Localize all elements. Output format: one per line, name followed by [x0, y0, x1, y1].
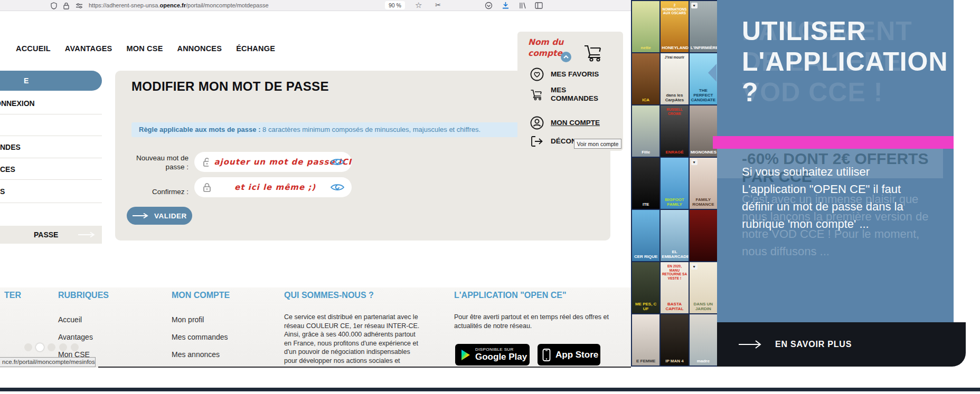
pocket-icon[interactable]: [485, 2, 493, 9]
poster-tile[interactable]: ITE: [632, 158, 659, 209]
sidebar-active-label: E: [24, 71, 29, 91]
poster-tile[interactable]: ME PES, C UF: [632, 262, 659, 313]
footer-heading-rubriques: RUBRIQUES: [58, 291, 109, 300]
sidebar-icon[interactable]: [535, 2, 543, 9]
account-name-annotation: Nom du compte: [528, 37, 565, 59]
poster-tile[interactable]: J'irai mourirdans les CarpAtes: [661, 53, 688, 104]
poster-tile[interactable]: IP MAN 4: [661, 314, 688, 366]
zoom-level-badge[interactable]: 90 %: [385, 1, 405, 9]
valider-label: VALIDER: [154, 212, 187, 220]
footer-link-mon-profil[interactable]: Mon profil: [172, 311, 232, 329]
annotation-confirm-password: et ici le même ;): [234, 182, 316, 192]
nav-item-mon-cse[interactable]: MON CSE: [126, 44, 163, 53]
library-icon[interactable]: [519, 2, 526, 9]
permissions-icon[interactable]: [76, 3, 83, 9]
poster-title: ENRAGÉ: [661, 150, 688, 155]
poster-tile[interactable]: nette: [632, 1, 659, 52]
poster-title: L'INFIRMIÈRE: [690, 45, 717, 50]
footer-app-text: Pour être averti partout et en temps rée…: [454, 313, 612, 330]
new-password-input[interactable]: ajouter un mot de passe ICI: [194, 152, 352, 172]
sidebar-item-commandes[interactable]: NDES: [0, 143, 21, 151]
nav-item-avantages[interactable]: AVANTAGES: [65, 44, 112, 53]
poster-title: madre: [690, 359, 717, 363]
cart-icon[interactable]: [583, 43, 604, 62]
poster-title: E FEMME: [632, 359, 659, 363]
footer-link-accueil[interactable]: Accueil: [58, 311, 93, 329]
page-title: MODIFIER MON MOT DE PASSE: [131, 79, 329, 94]
poster-tile[interactable]: EL EMBARCADERO: [661, 210, 688, 261]
poster-tile[interactable]: E FEMME: [632, 314, 659, 366]
carousel-prev-arrow-icon[interactable]: [708, 64, 717, 82]
poster-top-text: 2 NOMINATIONS AUX OSCARS: [661, 3, 688, 15]
sidebar-item-infos[interactable]: S: [0, 187, 5, 196]
poster-tile[interactable]: ♥DANS UN JARDIN: [690, 262, 717, 313]
poster-tile[interactable]: Fille: [632, 105, 659, 157]
footer-link-mes-commandes[interactable]: Mes commandes: [172, 329, 232, 346]
poster-tile[interactable]: 2 NOMINATIONS AUX OSCARSHONEYLAND: [661, 1, 688, 52]
nav-item-accueil[interactable]: ACCUEIL: [16, 44, 51, 53]
favorite-heart-icon: ♥: [691, 264, 698, 270]
badge-big-text: App Store: [555, 350, 598, 360]
valider-button[interactable]: VALIDER: [127, 207, 192, 225]
google-play-icon: [460, 349, 471, 361]
account-panel: Nom du compte MES FAVORIS MES COMMANDES …: [517, 32, 623, 151]
en-savoir-plus-button[interactable]: EN SAVOIR PLUS: [717, 322, 966, 367]
sidebar-item-annonces[interactable]: CES: [0, 165, 15, 174]
poster-title: CER RIQUE: [632, 254, 659, 259]
poster-tile[interactable]: [690, 210, 717, 261]
sidebar-item-connexion[interactable]: ONNEXION: [0, 99, 35, 108]
menu-label: MES COMMANDES: [551, 86, 601, 103]
poster-title: FAMILY ROMANCE: [690, 197, 717, 207]
divider: [0, 158, 102, 158]
url-prefix: https://adherent-snep-unsa.: [89, 2, 160, 8]
google-play-badge[interactable]: DISPONIBLE SURGoogle Play: [455, 344, 530, 366]
promo-body-text: Si vous souhaitez utiliser L'application…: [742, 163, 903, 233]
show-password-eye-icon[interactable]: [331, 158, 344, 166]
shield-icon[interactable]: [50, 2, 58, 9]
chevron-up-icon[interactable]: [561, 52, 571, 62]
footer-heading-mon-compte: MON COMPTE: [172, 291, 230, 300]
arrow-right-icon: [78, 232, 96, 238]
poster-tile[interactable]: ICA: [632, 53, 659, 104]
carousel-dot[interactable]: [48, 343, 55, 351]
menu-item-commandes[interactable]: MES COMMANDES: [530, 86, 601, 103]
menu-item-favoris[interactable]: MES FAVORIS: [530, 68, 601, 81]
show-password-eye-icon[interactable]: [331, 183, 344, 191]
url-bar[interactable]: https://adherent-snep-unsa.opence.fr/por…: [89, 0, 269, 11]
poster-title: ICA: [632, 98, 659, 102]
poster-tile[interactable]: RUSSELL CROWEENRAGÉ: [661, 105, 688, 157]
heart-circle-icon: [530, 68, 544, 81]
promo-headline: UTILISER L'APPLICATION ?: [742, 16, 948, 108]
poster-tile[interactable]: ♥FAMILY ROMANCE: [690, 158, 717, 209]
poster-grid: nette2 NOMINATIONS AUX OSCARSHONEYLAND♥L…: [631, 0, 718, 367]
sidebar-active-tab[interactable]: E: [0, 71, 102, 91]
browser-toolbar: https://adherent-snep-unsa.opence.fr/por…: [0, 0, 631, 11]
footer-link-avantages[interactable]: Avantages: [58, 329, 93, 346]
tooltip-voir-mon-compte: Voir mon compte: [574, 139, 621, 149]
lock-icon[interactable]: [63, 2, 70, 9]
poster-tile[interactable]: BIGFOOT FAMILY: [661, 158, 688, 209]
carousel-dot[interactable]: [24, 343, 32, 351]
sidebar-item-motdepasse[interactable]: PASSE: [0, 226, 102, 244]
menu-item-mon-compte[interactable]: MON COMPTE: [530, 116, 601, 130]
poster-tile[interactable]: CER RIQUE: [632, 210, 659, 261]
poster-top-text: RUSSELL CROWE: [661, 108, 688, 116]
poster-tile[interactable]: madre: [690, 314, 717, 366]
bookmark-star-icon[interactable]: ☆: [415, 1, 422, 10]
screenshot-icon[interactable]: ✂: [435, 1, 441, 9]
rule-text: 8 caractères minimum composés de minuscu…: [260, 126, 480, 133]
poster-tile[interactable]: EN 2020, MANU RETOURNE SA VESTE !BASTA C…: [661, 262, 688, 313]
divider: [0, 179, 102, 180]
download-icon[interactable]: [502, 2, 510, 9]
confirm-password-input[interactable]: et ici le même ;): [194, 177, 352, 197]
carousel-dot-active[interactable]: [36, 343, 44, 351]
sidebar-item-label: PASSE: [34, 230, 58, 239]
footer-link-mes-annonces[interactable]: Mes annonces: [172, 346, 232, 363]
poster-tile[interactable]: MIGNONNES: [690, 105, 717, 157]
poster-title: ITE: [632, 202, 659, 207]
nav-item-annonces[interactable]: ANNONCES: [177, 44, 222, 53]
poster-title: MIGNONNES: [690, 150, 717, 155]
poster-tile[interactable]: ♥L'INFIRMIÈRE: [690, 1, 717, 52]
app-store-badge[interactable]: App Store: [538, 344, 600, 366]
nav-item-echange[interactable]: ÉCHANGE: [236, 44, 275, 53]
